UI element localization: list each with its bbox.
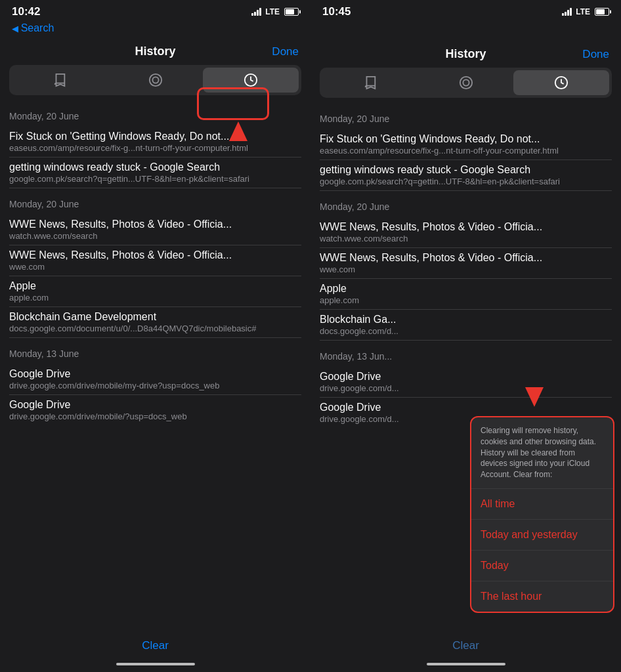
- popup-option-today[interactable]: Today: [471, 551, 613, 581]
- right-tab-history[interactable]: [513, 70, 609, 95]
- item-url: docs.google.com/d...: [320, 326, 612, 336]
- signal-icon: [251, 8, 261, 16]
- item-title: Google Drive: [9, 368, 301, 380]
- item-title: Google Drive: [320, 402, 612, 413]
- item-title: WWE News, Results, Photos & Video - Offi…: [320, 252, 612, 264]
- item-title: Google Drive: [320, 371, 612, 383]
- right-date-3: Monday, 13 Jun...: [320, 341, 612, 367]
- left-home-indicator: [116, 663, 195, 665]
- list-item[interactable]: Fix Stuck on 'Getting Windows Ready, Do …: [320, 129, 612, 160]
- right-done-button[interactable]: Done: [582, 48, 609, 61]
- left-done-button[interactable]: Done: [272, 45, 299, 58]
- right-time: 10:45: [322, 5, 351, 18]
- item-title: WWE News, Results, Photos & Video - Offi…: [320, 221, 612, 233]
- left-status-bar: 10:42 LTE: [0, 0, 310, 21]
- item-title: Apple: [9, 280, 301, 292]
- left-tab-history[interactable]: [203, 68, 299, 93]
- left-date-2: Monday, 20 June: [9, 188, 301, 215]
- list-item[interactable]: Blockchain Ga... docs.google.com/d...: [320, 310, 612, 341]
- item-url: easeus.com/amp/resource/fix-g...nt-turn-…: [9, 143, 301, 153]
- list-item[interactable]: Apple apple.com: [9, 276, 301, 307]
- item-url: drive.google.com/drive/mobile/?usp=docs_…: [9, 411, 301, 421]
- item-url: easeus.com/amp/resource/fix-g...nt-turn-…: [320, 146, 612, 156]
- item-title: Fix Stuck on 'Getting Windows Ready, Do …: [9, 131, 301, 142]
- svg-point-4: [460, 77, 471, 89]
- item-title: WWE News, Results, Photos & Video - Offi…: [9, 249, 301, 261]
- item-url: apple.com: [320, 295, 612, 305]
- right-status-bar: 10:45 LTE: [310, 0, 621, 21]
- list-item[interactable]: WWE News, Results, Photos & Video - Offi…: [9, 245, 301, 276]
- item-url: wwe.com: [9, 262, 301, 272]
- left-status-icons: LTE: [251, 7, 299, 16]
- right-clear-button[interactable]: Clear: [452, 639, 479, 652]
- lte-label: LTE: [265, 7, 280, 16]
- clear-history-popup: Clearing will remove history, cookies an…: [470, 416, 614, 613]
- left-time: 10:42: [12, 5, 40, 18]
- right-bottom-bar: Clear: [310, 630, 621, 659]
- left-history-list: Monday, 20 June Fix Stuck on 'Getting Wi…: [0, 100, 310, 630]
- left-phone-panel: 10:42 LTE Search History Done: [0, 0, 310, 672]
- left-history-header: History Done: [0, 38, 310, 65]
- right-tab-bar: [320, 68, 612, 98]
- list-item[interactable]: WWE News, Results, Photos & Video - Offi…: [320, 248, 612, 279]
- left-tab-bar: [9, 65, 301, 95]
- item-title: Blockchain Ga...: [320, 314, 612, 326]
- svg-point-1: [149, 74, 161, 86]
- right-home-indicator: [427, 663, 505, 665]
- back-label[interactable]: Search: [12, 22, 54, 33]
- popup-option-today-yesterday[interactable]: Today and yesterday: [471, 520, 613, 551]
- left-tab-bookmarks[interactable]: [12, 68, 108, 93]
- list-item[interactable]: Fix Stuck on 'Getting Windows Ready, Do …: [9, 127, 301, 158]
- right-date-1: Monday, 20 June: [320, 103, 612, 129]
- popup-option-last-hour[interactable]: The last hour: [471, 581, 613, 612]
- left-tab-reading-list[interactable]: [108, 68, 203, 93]
- item-url: google.com.pk/search?q=gettin...UTF-8&hl…: [9, 174, 301, 184]
- item-url: watch.wwe.com/search: [320, 234, 612, 243]
- signal-icon: [562, 8, 572, 16]
- left-clear-button[interactable]: Clear: [142, 639, 169, 652]
- item-title: getting windows ready stuck - Google Sea…: [9, 161, 301, 173]
- left-bottom-bar: Clear: [0, 630, 310, 659]
- item-url: apple.com: [9, 293, 301, 303]
- list-item[interactable]: Google Drive drive.google.com/drive/mobi…: [9, 364, 301, 395]
- item-title: Fix Stuck on 'Getting Windows Ready, Do …: [320, 133, 612, 145]
- item-title: WWE News, Results, Photos & Video - Offi…: [9, 219, 301, 230]
- battery-icon: [595, 8, 609, 16]
- right-history-header: History Done: [310, 41, 621, 68]
- popup-option-all-time[interactable]: All time: [471, 489, 613, 520]
- list-item[interactable]: Google Drive drive.google.com/d...: [320, 367, 612, 398]
- list-item[interactable]: getting windows ready stuck - Google Sea…: [320, 160, 612, 191]
- right-history-title: History: [445, 47, 486, 61]
- right-tab-reading-list[interactable]: [418, 70, 514, 95]
- item-url: docs.google.com/document/u/0/...D8a44QMV…: [9, 324, 301, 333]
- right-tab-bookmarks[interactable]: [322, 70, 418, 95]
- lte-label: LTE: [576, 7, 590, 16]
- left-date-1: Monday, 20 June: [9, 100, 301, 127]
- list-item[interactable]: WWE News, Results, Photos & Video - Offi…: [9, 215, 301, 245]
- item-title: getting windows ready stuck - Google Sea…: [320, 164, 612, 176]
- svg-point-0: [152, 77, 158, 83]
- list-item[interactable]: Blockchain Game Development docs.google.…: [9, 307, 301, 338]
- spacer: [310, 21, 621, 41]
- item-url: drive.google.com/drive/mobile/my-drive?u…: [9, 381, 301, 390]
- right-phone-panel: 10:45 LTE History Done: [310, 0, 621, 672]
- battery-icon: [284, 8, 299, 16]
- list-item[interactable]: WWE News, Results, Photos & Video - Offi…: [320, 217, 612, 248]
- right-status-icons: LTE: [562, 7, 609, 16]
- svg-point-3: [463, 79, 469, 85]
- popup-description: Clearing will remove history, cookies an…: [471, 417, 613, 489]
- left-date-3: Monday, 13 June: [9, 338, 301, 364]
- item-title: Google Drive: [9, 399, 301, 411]
- back-nav[interactable]: Search: [0, 21, 310, 38]
- list-item[interactable]: Apple apple.com: [320, 279, 612, 310]
- list-item[interactable]: getting windows ready stuck - Google Sea…: [9, 158, 301, 188]
- right-date-2: Monday, 20 June: [320, 191, 612, 217]
- item-url: drive.google.com/d...: [320, 383, 612, 393]
- item-title: Blockchain Game Development: [9, 311, 301, 323]
- item-title: Apple: [320, 283, 612, 295]
- item-url: wwe.com: [320, 264, 612, 274]
- item-url: watch.wwe.com/search: [9, 231, 301, 241]
- left-history-title: History: [135, 45, 175, 58]
- list-item[interactable]: Google Drive drive.google.com/drive/mobi…: [9, 395, 301, 425]
- item-url: google.com.pk/search?q=gettin...UTF-8&hl…: [320, 177, 612, 186]
